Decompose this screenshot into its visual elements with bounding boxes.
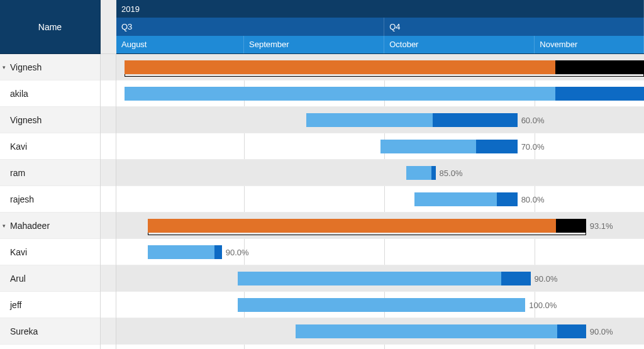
chart-row: 70.0%	[116, 133, 644, 160]
task-name-cell[interactable]: Kavi	[0, 133, 100, 160]
gantt-bar-remaining	[433, 113, 517, 127]
spacer-cell	[101, 80, 116, 107]
timeline-month-row: AugustSeptemberOctoberNovember	[116, 36, 644, 53]
timeline-year-label: 2019	[121, 4, 140, 14]
chevron-down-icon[interactable]: ▾	[3, 64, 6, 70]
task-name-label: Vignesh	[10, 62, 42, 72]
gantt-bar-percent-label: 70.0%	[518, 140, 545, 153]
task-name-cell[interactable]: jeff	[0, 292, 100, 318]
gantt-bar-remaining	[501, 272, 531, 285]
task-name-cell[interactable]: Arul	[0, 265, 100, 292]
timeline-year-row: 2019	[116, 0, 644, 18]
spacer-cell	[101, 318, 116, 345]
gantt-summary-bar[interactable]: 93.1%	[148, 219, 586, 233]
timeline-year-cell: 2019	[116, 0, 644, 18]
gantt-bar-remaining	[497, 192, 518, 206]
task-name-label: ram	[10, 168, 25, 178]
name-column-body: ▾VigneshakilaVigneshKaviramrajesh▾Mahade…	[0, 54, 101, 349]
header-spacer	[101, 0, 116, 54]
summary-bracket	[148, 233, 586, 235]
gantt-bar-progress	[238, 298, 525, 312]
timeline-header: 2019 Q3Q4 AugustSeptemberOctoberNovember	[116, 0, 644, 54]
gantt-bar-progress	[406, 166, 431, 180]
timeline-month-cell: September	[244, 36, 384, 53]
spacer-cell	[101, 265, 116, 292]
spacer-cell	[101, 213, 116, 239]
timeline-month-cell: October	[384, 36, 535, 53]
gantt-bar-percent-label: 90.0%	[222, 245, 249, 259]
gantt-task-bar[interactable]: 90.0%	[148, 245, 221, 259]
gantt-task-bar[interactable]: 70.0%	[380, 140, 518, 153]
chart-row: 85.0%	[116, 160, 644, 186]
spacer-cell	[101, 186, 116, 213]
chart-row: 90.0%	[116, 265, 644, 292]
timeline-quarter-cell: Q3	[116, 18, 384, 35]
task-name-label: Sureka	[10, 326, 38, 336]
gantt-task-bar[interactable]: 90.0%	[238, 272, 531, 285]
timeline-month-label: October	[389, 40, 418, 49]
gantt-task-bar[interactable]: 60.0%	[306, 113, 518, 127]
gantt-bar-percent-label: 80.0%	[518, 192, 545, 206]
task-name-cell[interactable]: ▾Vignesh	[0, 54, 100, 80]
gantt-bar-progress	[125, 87, 556, 101]
gantt-summary-bar[interactable]	[125, 60, 644, 74]
gantt-chart: Name 2019 Q3Q4 AugustSeptemberOctoberNov…	[0, 0, 644, 349]
task-name-cell[interactable]: Kavi	[0, 239, 100, 265]
timeline-month-cell: November	[535, 36, 644, 53]
task-name-label: akila	[10, 89, 28, 99]
gantt-bar-remaining	[557, 324, 586, 338]
chart-row: 60.0%	[116, 107, 644, 133]
gantt-bar-remaining	[476, 140, 517, 153]
gantt-task-bar[interactable]	[125, 87, 644, 101]
chart-area[interactable]: 60.0%70.0%85.0%80.0%93.1%90.0%90.0%100.0…	[116, 54, 644, 349]
gantt-bar-remaining	[555, 87, 643, 101]
spacer-cell	[101, 239, 116, 265]
task-name-cell[interactable]: Vignesh	[0, 107, 100, 133]
task-name-cell[interactable]: rajesh	[0, 186, 100, 213]
spacer-cell	[101, 292, 116, 318]
chart-row	[116, 80, 644, 107]
task-name-label: jeff	[10, 300, 21, 310]
gantt-bar-percent-label: 90.0%	[531, 272, 558, 285]
gantt-bar-percent-label: 85.0%	[436, 166, 463, 180]
timeline-month-label: November	[540, 40, 577, 49]
gantt-task-bar[interactable]: 90.0%	[296, 324, 586, 338]
chart-row: 100.0%	[116, 292, 644, 318]
task-name-label: Mahadeer	[10, 221, 50, 231]
gantt-bar-progress	[296, 324, 557, 338]
task-name-cell[interactable]: akila	[0, 80, 100, 107]
gantt-bar-remaining	[555, 60, 643, 74]
name-column-header: Name	[0, 0, 101, 54]
gantt-task-bar[interactable]: 85.0%	[406, 166, 435, 180]
task-name-cell[interactable]: ram	[0, 160, 100, 186]
spacer-cell	[101, 160, 116, 186]
gantt-bar-remaining	[431, 166, 436, 180]
gantt-bar-progress	[306, 113, 433, 127]
chevron-down-icon[interactable]: ▾	[3, 223, 6, 229]
gantt-bar-percent-label: 90.0%	[586, 324, 613, 338]
chart-row: 90.0%	[116, 318, 644, 345]
gantt-bar-remaining	[214, 245, 222, 259]
gantt-bar-progress	[148, 219, 555, 233]
task-name-cell[interactable]: ▾Mahadeer	[0, 213, 100, 239]
name-column-header-label: Name	[38, 22, 62, 32]
chart-rows: 60.0%70.0%85.0%80.0%93.1%90.0%90.0%100.0…	[116, 54, 644, 345]
summary-bracket	[125, 74, 644, 77]
gantt-bar-progress	[414, 192, 497, 206]
gantt-task-bar[interactable]: 80.0%	[414, 192, 518, 206]
task-name-cell[interactable]: Sureka	[0, 318, 100, 345]
spacer-cell	[101, 107, 116, 133]
spacer-cell	[101, 133, 116, 160]
timeline-month-cell: August	[116, 36, 244, 53]
chart-row: 80.0%	[116, 186, 644, 213]
gantt-bar-progress	[380, 140, 477, 153]
gantt-bar-progress	[238, 272, 501, 285]
task-name-label: Arul	[10, 274, 26, 284]
gantt-bar-percent-label: 93.1%	[586, 219, 613, 233]
task-name-label: Vignesh	[10, 115, 42, 125]
spacer-cell	[101, 54, 116, 80]
gantt-task-bar[interactable]: 100.0%	[238, 298, 525, 312]
task-name-label: rajesh	[10, 194, 34, 204]
gantt-bar-progress	[148, 245, 214, 259]
chart-row: 93.1%	[116, 213, 644, 239]
